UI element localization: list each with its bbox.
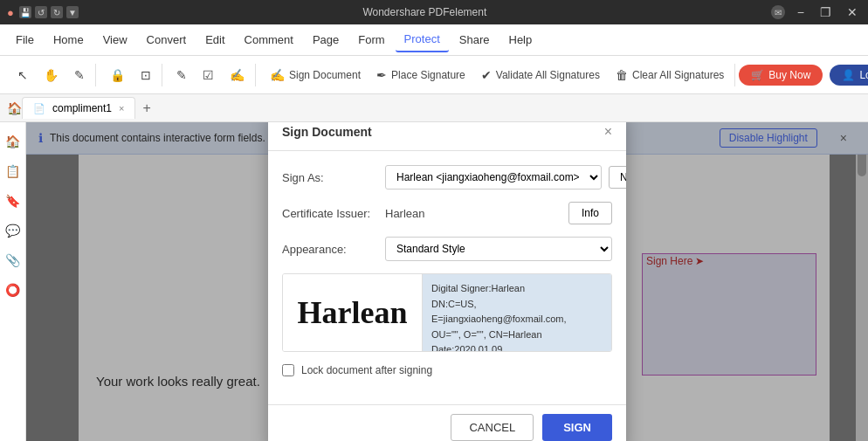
- info-button[interactable]: Info: [568, 202, 612, 224]
- sign-as-label: Sign As:: [282, 171, 378, 184]
- pdf-icon: 📄: [33, 103, 45, 114]
- verify-tool[interactable]: ☑: [196, 64, 221, 86]
- tab-bar: 🏠 📄 compliment1 × +: [0, 94, 868, 122]
- user-icon: 👤: [842, 69, 855, 81]
- edit-tool[interactable]: ✎: [67, 64, 92, 86]
- lock-label: Lock document after signing: [301, 364, 432, 376]
- title-bar: ● 💾 ↺ ↻ ▼ Wondershare PDFelement ✉ − ❐ ✕: [0, 0, 868, 24]
- close-tab-button[interactable]: ×: [119, 103, 124, 114]
- new-id-button[interactable]: New ID: [609, 166, 626, 189]
- sidebar-comment-icon[interactable]: 💬: [1, 218, 25, 243]
- toolbar-signature-actions: ✍ Sign Document ✒ Place Signature ✔ Vali…: [259, 64, 735, 86]
- sign-button[interactable]: SIGN: [542, 414, 612, 441]
- buy-now-button[interactable]: 🛒 Buy Now: [739, 65, 823, 86]
- clear-all-button[interactable]: 🗑 Clear All Signatures: [609, 64, 731, 86]
- login-button[interactable]: 👤 Log In: [830, 65, 868, 86]
- appearance-select[interactable]: Standard Style: [385, 237, 612, 261]
- toolbar: ↖ ✋ ✎ 🔒 ⊡ ✎ ☑ ✍ ✍ Sign Document ✒ Place …: [0, 56, 868, 94]
- cert-issuer-label: Certificate Issuer:: [282, 207, 378, 220]
- lock-checkbox[interactable]: [282, 364, 294, 376]
- sign-as-row: Sign As: Harlean <jiangxiaoheng@foxmail.…: [282, 165, 612, 189]
- signature-preview: Harlean Digital Signer:Harlean DN:C=US, …: [282, 273, 612, 352]
- menu-page[interactable]: Page: [304, 28, 348, 52]
- buy-icon: 🛒: [751, 69, 764, 81]
- undo-icon[interactable]: ↺: [35, 6, 47, 18]
- sig-name-area: Harlean: [283, 274, 423, 351]
- sidebar-search-icon[interactable]: ⭕: [1, 278, 25, 302]
- minimize-button[interactable]: −: [794, 5, 808, 19]
- validate-icon: ✔: [481, 68, 492, 82]
- place-signature-icon: ✒: [376, 68, 387, 82]
- main-area: ℹ This document contains interactive for…: [26, 122, 868, 441]
- menu-convert[interactable]: Convert: [138, 28, 196, 52]
- password-tool[interactable]: 🔒: [103, 64, 132, 86]
- sign-document-tool[interactable]: ✍: [223, 64, 251, 86]
- menu-share[interactable]: Share: [451, 28, 499, 52]
- dialog-close-button[interactable]: ×: [604, 124, 612, 140]
- cert-issuer-row: Certificate Issuer: Harlean Info: [282, 202, 612, 224]
- sig-name-text: Harlean: [298, 294, 408, 331]
- appearance-row: Appearance: Standard Style: [282, 237, 612, 261]
- toolbar-sign-tools: ✎ ☑ ✍: [166, 64, 256, 86]
- dialog-body: Sign As: Harlean <jiangxiaoheng@foxmail.…: [268, 151, 626, 404]
- select-tool[interactable]: ↖: [10, 64, 35, 86]
- home-tab[interactable]: 🏠: [7, 101, 22, 115]
- restore-button[interactable]: ❐: [816, 5, 835, 19]
- app-title: Wondershare PDFelement: [79, 6, 771, 18]
- mail-icon[interactable]: ✉: [771, 5, 785, 19]
- toolbar-right: 🛒 Buy Now 👤 Log In: [739, 65, 868, 86]
- sidebar-attachment-icon[interactable]: 📎: [1, 248, 25, 272]
- document-tab[interactable]: 📄 compliment1 ×: [22, 97, 135, 119]
- sidebar-home-icon[interactable]: 🏠: [1, 129, 25, 154]
- dialog-footer: CANCEL SIGN: [268, 404, 626, 441]
- cancel-button[interactable]: CANCEL: [451, 414, 534, 441]
- sign-comment-tool[interactable]: ✎: [169, 64, 194, 86]
- validate-all-button[interactable]: ✔ Validate All Signatures: [474, 64, 607, 86]
- window-controls: ✉ − ❐ ✕: [771, 5, 861, 19]
- quick-access-icon[interactable]: ▼: [66, 6, 79, 18]
- sign-document-dialog: Sign Document × Sign As: Harlean <jiangx…: [268, 122, 626, 441]
- save-icon[interactable]: 💾: [19, 6, 31, 18]
- close-button[interactable]: ✕: [844, 5, 861, 19]
- redact-tool[interactable]: ⊡: [134, 64, 158, 86]
- dialog-title: Sign Document: [282, 125, 372, 139]
- lock-row: Lock document after signing: [282, 364, 612, 376]
- menu-home[interactable]: Home: [45, 28, 93, 52]
- sign-document-icon: ✍: [270, 68, 285, 82]
- menu-protect[interactable]: Protect: [396, 27, 449, 52]
- sign-as-select[interactable]: Harlean <jiangxiaoheng@foxmail.com>: [385, 165, 602, 189]
- home-icon: 🏠: [7, 101, 22, 115]
- menu-view[interactable]: View: [94, 28, 136, 52]
- menu-bar: File Home View Convert Edit Comment Page…: [0, 24, 868, 56]
- menu-comment[interactable]: Comment: [236, 28, 302, 52]
- menu-file[interactable]: File: [7, 28, 43, 52]
- sidebar-pages-icon[interactable]: 📋: [1, 159, 25, 183]
- hand-tool[interactable]: ✋: [37, 64, 65, 86]
- menu-edit[interactable]: Edit: [196, 28, 233, 52]
- menu-help[interactable]: Help: [500, 28, 541, 52]
- dialog-header: Sign Document ×: [268, 122, 626, 151]
- appearance-label: Appearance:: [282, 243, 378, 256]
- place-signature-button[interactable]: ✒ Place Signature: [369, 64, 472, 86]
- title-bar-left: ● 💾 ↺ ↻ ▼: [7, 6, 79, 19]
- new-tab-button[interactable]: +: [135, 96, 157, 121]
- window-icons: 💾 ↺ ↻ ▼: [19, 6, 79, 18]
- sig-details: Digital Signer:Harlean DN:C=US, E=jiangx…: [423, 274, 611, 351]
- dialog-overlay: Sign Document × Sign As: Harlean <jiangx…: [26, 122, 868, 441]
- sidebar-bookmark-icon[interactable]: 🔖: [1, 189, 25, 213]
- redo-icon[interactable]: ↻: [51, 6, 63, 18]
- sign-document-button[interactable]: ✍ Sign Document: [263, 64, 368, 86]
- toolbar-security: 🔒 ⊡: [100, 64, 162, 86]
- clear-icon: 🗑: [616, 68, 628, 82]
- toolbar-tools: ↖ ✋ ✎: [7, 64, 96, 86]
- sidebar-left: 🏠 📋 🔖 💬 📎 ⭕: [0, 122, 26, 441]
- cert-issuer-value: Harlean: [385, 207, 561, 220]
- menu-form[interactable]: Form: [349, 28, 393, 52]
